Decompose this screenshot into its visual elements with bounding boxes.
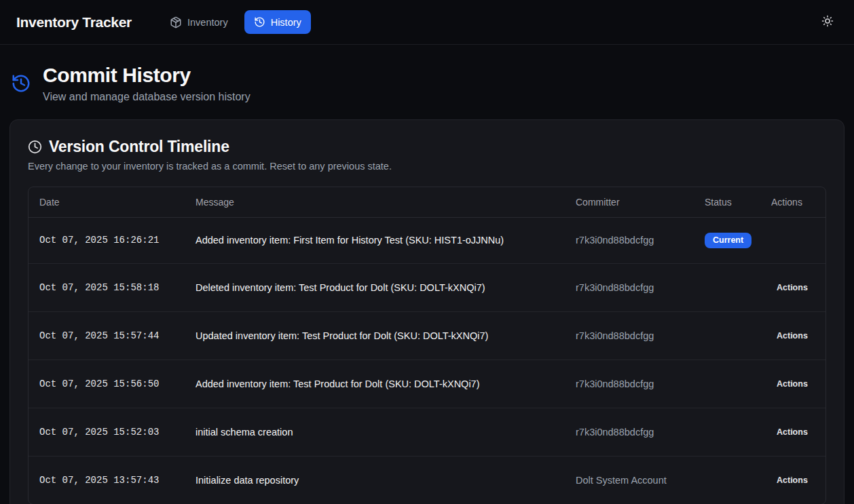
nav-item-history-label: History — [271, 17, 301, 28]
history-icon — [11, 73, 31, 94]
table-row: Oct 07, 2025 15:57:44Updated inventory i… — [29, 311, 825, 360]
column-header-actions: Actions — [760, 187, 825, 218]
commit-date: Oct 07, 2025 15:52:03 — [29, 408, 185, 456]
table-row: Oct 07, 2025 16:26:21Added inventory ite… — [29, 217, 825, 263]
page-title: Commit History — [43, 64, 250, 88]
commit-date: Oct 07, 2025 15:56:50 — [29, 360, 185, 408]
page-header: Commit History View and manage database … — [10, 45, 844, 119]
commit-status-cell — [694, 408, 760, 456]
commit-status-cell — [694, 311, 760, 360]
commit-status-cell — [694, 263, 760, 311]
commit-date: Oct 07, 2025 15:57:44 — [29, 311, 185, 360]
history-icon — [254, 16, 265, 28]
commit-date: Oct 07, 2025 13:57:43 — [29, 456, 185, 504]
column-header-committer: Committer — [565, 187, 694, 218]
commit-committer: r7k3i0nd88bdcfgg — [565, 217, 694, 263]
commit-table-body: Oct 07, 2025 16:26:21Added inventory ite… — [29, 217, 825, 504]
page-subtitle: View and manage database version history — [43, 91, 250, 103]
actions-button[interactable]: Actions — [771, 279, 813, 296]
commit-status-cell — [694, 360, 760, 408]
commit-message: Updated inventory item: Test Product for… — [185, 311, 565, 360]
commit-actions-cell: Actions — [760, 360, 825, 408]
commit-actions-cell: Actions — [760, 311, 825, 360]
commit-message: Deleted inventory item: Test Product for… — [185, 263, 565, 311]
commit-status-cell: Current — [694, 217, 760, 263]
sun-icon — [821, 15, 834, 29]
column-header-status: Status — [694, 187, 760, 218]
commit-committer: Dolt System Account — [565, 456, 694, 504]
commit-status-cell — [694, 456, 760, 504]
commit-actions-cell — [760, 217, 825, 263]
table-header-row: Date Message Committer Status Actions — [29, 187, 825, 218]
table-row: Oct 07, 2025 15:52:03initial schema crea… — [29, 408, 825, 456]
commit-message: Initialize data repository — [185, 456, 565, 504]
nav-item-inventory-label: Inventory — [187, 17, 228, 28]
commit-actions-cell: Actions — [760, 456, 825, 504]
card-title-row: Version Control Timeline — [28, 138, 826, 156]
commit-committer: r7k3i0nd88bdcfgg — [565, 263, 694, 311]
column-header-date: Date — [29, 187, 185, 218]
nav-item-inventory[interactable]: Inventory — [160, 10, 238, 35]
commit-message: Added inventory item: First Item for His… — [185, 217, 565, 263]
main-nav: Inventory History — [160, 10, 311, 35]
commit-table: Date Message Committer Status Actions Oc… — [29, 187, 825, 504]
commit-date: Oct 07, 2025 16:26:21 — [29, 217, 185, 263]
theme-toggle-button[interactable] — [817, 11, 838, 33]
commit-committer: r7k3i0nd88bdcfgg — [565, 408, 694, 456]
status-badge: Current — [705, 233, 751, 248]
actions-button[interactable]: Actions — [771, 375, 813, 393]
card-subtitle: Every change to your inventory is tracke… — [28, 161, 826, 172]
clock-icon — [28, 140, 42, 154]
commit-table-container: Date Message Committer Status Actions Oc… — [28, 187, 826, 504]
commit-committer: r7k3i0nd88bdcfgg — [565, 311, 694, 360]
actions-button[interactable]: Actions — [771, 471, 813, 489]
table-row: Oct 07, 2025 15:56:50Added inventory ite… — [29, 360, 825, 408]
version-control-card: Version Control Timeline Every change to… — [10, 119, 844, 504]
column-header-message: Message — [185, 187, 565, 218]
commit-actions-cell: Actions — [760, 408, 825, 456]
main-content: Commit History View and manage database … — [0, 45, 854, 504]
nav-item-history[interactable]: History — [244, 10, 311, 34]
page-header-text: Commit History View and manage database … — [43, 64, 250, 103]
app-title: Inventory Tracker — [16, 14, 132, 31]
commit-date: Oct 07, 2025 15:58:18 — [29, 263, 185, 311]
table-row: Oct 07, 2025 13:57:43Initialize data rep… — [29, 456, 825, 504]
actions-button[interactable]: Actions — [771, 327, 813, 345]
commit-message: Added inventory item: Test Product for D… — [185, 360, 565, 408]
package-icon — [170, 16, 182, 28]
commit-message: initial schema creation — [185, 408, 565, 456]
card-title: Version Control Timeline — [49, 138, 229, 156]
navbar: Inventory Tracker Inventory History — [0, 0, 854, 45]
table-row: Oct 07, 2025 15:58:18Deleted inventory i… — [29, 263, 825, 311]
actions-button[interactable]: Actions — [771, 423, 813, 441]
commit-actions-cell: Actions — [760, 263, 825, 311]
commit-committer: r7k3i0nd88bdcfgg — [565, 360, 694, 408]
